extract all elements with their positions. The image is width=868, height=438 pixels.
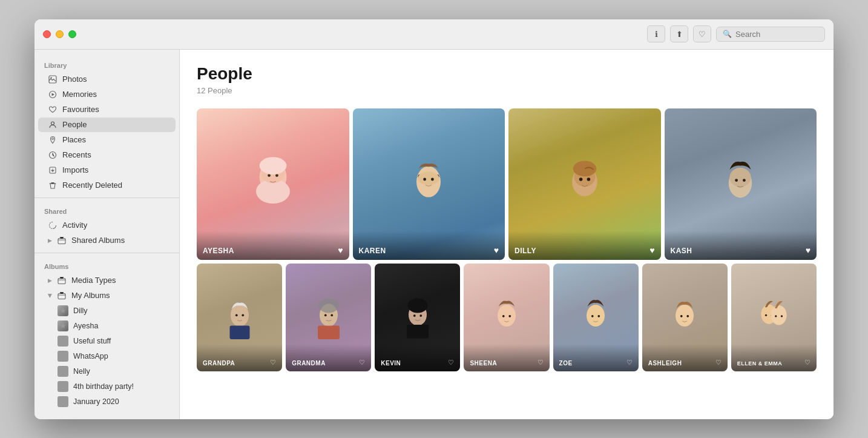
sidebar-item-photos[interactable]: Photos <box>38 72 176 87</box>
sidebar-item-imports[interactable]: Imports <box>38 163 176 178</box>
ellen-emma-name: Ellen & Emma <box>737 360 783 367</box>
person-card-sheena[interactable]: Sheena ♡ <box>464 264 549 371</box>
karen-heart[interactable]: ♥ <box>494 245 499 255</box>
shared-albums-label: Shared Albums <box>71 236 166 245</box>
useful-stuff-label: Useful stuff <box>73 337 111 345</box>
info-button[interactable]: ℹ <box>647 25 665 42</box>
svg-rect-44 <box>407 325 429 339</box>
person-card-ashleigh[interactable]: Ashleigh ♡ <box>642 264 728 371</box>
sidebar-item-media-types[interactable]: ▶ Media Types <box>38 273 176 288</box>
person-card-ellen-emma[interactable]: Ellen & Emma ♡ <box>731 264 817 371</box>
kevin-heart[interactable]: ♡ <box>448 359 454 367</box>
ayesha-heart[interactable]: ♥ <box>338 245 343 255</box>
nelly-thumb <box>58 366 68 377</box>
svg-marker-3 <box>52 93 55 96</box>
karen-name: KAREN <box>359 247 386 255</box>
share-button[interactable]: ⬆ <box>670 25 688 42</box>
svg-point-50 <box>598 314 600 317</box>
sidebar-item-places[interactable]: Places <box>38 133 176 147</box>
my-albums-label: My Albums <box>71 291 166 300</box>
svg-point-20 <box>423 178 426 181</box>
sidebar-item-people[interactable]: People <box>38 118 176 132</box>
heart-button[interactable]: ♡ <box>693 25 711 42</box>
album-item-nelly[interactable]: Nelly <box>38 364 176 379</box>
close-button[interactable] <box>43 30 51 38</box>
large-people-grid: AYESHA ♥ <box>197 108 817 260</box>
sidebar-divider-2 <box>35 253 179 253</box>
svg-point-46 <box>502 314 505 317</box>
svg-point-19 <box>418 171 439 185</box>
dilly-heart[interactable]: ♥ <box>649 245 654 255</box>
share-icon: ⬆ <box>676 30 683 39</box>
svg-point-42 <box>419 314 422 317</box>
shared-albums-arrow: ▶ <box>48 237 52 244</box>
zoe-overlay: Zoe ♡ <box>553 344 639 371</box>
search-input[interactable] <box>735 30 818 39</box>
svg-rect-34 <box>229 325 249 339</box>
svg-point-1 <box>50 77 51 78</box>
svg-point-29 <box>735 179 738 182</box>
kash-heart[interactable]: ♥ <box>806 245 810 255</box>
person-card-grandpa[interactable]: Grandpa ♡ <box>197 264 282 371</box>
person-card-dilly[interactable]: DILLY ♥ <box>508 108 661 260</box>
recently-deleted-label: Recently Deleted <box>62 181 166 190</box>
my-albums-arrow: ▶ <box>47 293 53 297</box>
svg-point-59 <box>781 315 783 317</box>
shared-section-label: Shared <box>35 203 179 217</box>
album-item-january-2020[interactable]: January 2020 <box>38 394 176 409</box>
info-icon: ℹ <box>655 30 658 39</box>
svg-point-41 <box>413 314 416 317</box>
zoe-heart[interactable]: ♡ <box>626 359 633 367</box>
photos-label: Photos <box>62 75 166 84</box>
media-types-icon <box>57 276 67 285</box>
sheena-heart[interactable]: ♡ <box>538 359 544 367</box>
sidebar-item-recents[interactable]: Recents <box>38 148 176 162</box>
4th-birthday-thumb <box>58 381 68 392</box>
sidebar-item-shared-albums[interactable]: ▶ Shared Albums <box>38 233 176 248</box>
useful-stuff-thumb <box>58 336 68 347</box>
search-box[interactable]: 🔍 <box>716 27 825 42</box>
sidebar-divider-1 <box>35 197 179 198</box>
sidebar-item-favourites[interactable]: Favourites <box>38 102 176 117</box>
sidebar-item-activity[interactable]: Activity <box>38 218 176 233</box>
ellen-emma-heart[interactable]: ♡ <box>804 359 810 367</box>
svg-point-33 <box>242 314 244 316</box>
person-card-kevin[interactable]: Kevin ♡ <box>375 264 460 371</box>
ashleigh-heart[interactable]: ♡ <box>715 359 722 367</box>
person-card-kash[interactable]: KASH ♥ <box>665 108 817 260</box>
person-card-grandma[interactable]: Grandma ♡ <box>286 264 371 371</box>
person-card-karen[interactable]: KAREN ♥ <box>353 108 505 260</box>
maximize-button[interactable] <box>68 30 76 38</box>
svg-rect-39 <box>318 325 340 339</box>
grandma-name: Grandma <box>292 360 326 367</box>
people-icon <box>48 120 58 130</box>
sidebar-item-recently-deleted[interactable]: Recently Deleted <box>38 178 176 193</box>
zoe-name: Zoe <box>559 360 573 367</box>
dilly-album-label: Dilly <box>73 307 88 315</box>
sidebar-item-my-albums[interactable]: ▶ My Albums <box>38 288 176 303</box>
svg-point-25 <box>587 178 590 181</box>
kash-overlay: KASH ♥ <box>665 231 817 260</box>
kevin-overlay: Kevin ♡ <box>375 344 460 371</box>
person-card-zoe[interactable]: Zoe ♡ <box>553 264 639 371</box>
sidebar-item-memories[interactable]: Memories <box>38 87 176 102</box>
nelly-label: Nelly <box>73 367 90 376</box>
svg-rect-9 <box>58 278 65 284</box>
album-item-whatsapp[interactable]: WhatsApp <box>38 349 176 363</box>
svg-point-58 <box>775 315 777 317</box>
album-item-4th-birthday[interactable]: 4th birthday party! <box>38 379 176 394</box>
minimize-button[interactable] <box>56 30 64 38</box>
library-section-label: Library <box>35 57 179 71</box>
svg-point-5 <box>52 138 54 139</box>
album-item-ayesha[interactable]: Ayesha <box>38 319 176 333</box>
album-item-dilly[interactable]: Dilly <box>38 304 176 318</box>
grandpa-heart[interactable]: ♡ <box>270 359 276 367</box>
person-card-ayesha[interactable]: AYESHA ♥ <box>197 108 349 260</box>
ayesha-overlay: AYESHA ♥ <box>197 231 349 260</box>
favourites-icon <box>48 105 58 114</box>
svg-point-51 <box>676 305 694 327</box>
trash-icon <box>48 181 58 190</box>
grandpa-overlay: Grandpa ♡ <box>197 344 282 371</box>
grandma-heart[interactable]: ♡ <box>359 359 365 367</box>
album-item-useful-stuff[interactable]: Useful stuff <box>38 334 176 348</box>
